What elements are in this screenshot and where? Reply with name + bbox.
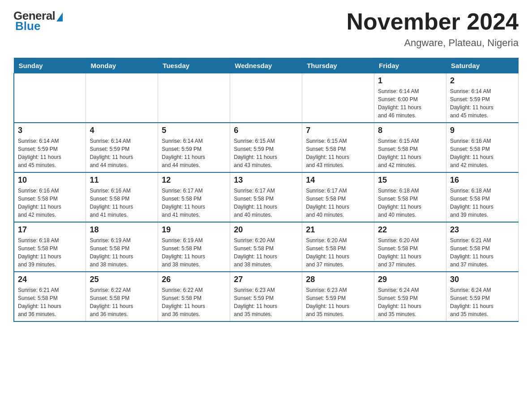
day-info: Sunrise: 6:14 AMSunset: 6:00 PMDaylight:… [378, 87, 442, 120]
day-number: 1 [378, 76, 442, 86]
day-info: Sunrise: 6:14 AMSunset: 5:59 PMDaylight:… [162, 137, 226, 169]
day-info: Sunrise: 6:18 AMSunset: 5:58 PMDaylight:… [450, 187, 515, 219]
day-info: Sunrise: 6:17 AMSunset: 5:58 PMDaylight:… [162, 187, 226, 219]
day-info: Sunrise: 6:16 AMSunset: 5:58 PMDaylight:… [90, 187, 154, 219]
day-info: Sunrise: 6:18 AMSunset: 5:58 PMDaylight:… [18, 236, 82, 269]
day-number: 17 [18, 225, 82, 235]
day-number: 19 [162, 225, 226, 235]
calendar-day-cell: 16Sunrise: 6:18 AMSunset: 5:58 PMDayligh… [446, 172, 519, 222]
calendar-header: Sunday Monday Tuesday Wednesday Thursday… [14, 58, 519, 73]
calendar-day-cell: 3Sunrise: 6:14 AMSunset: 5:59 PMDaylight… [14, 123, 86, 172]
day-number: 12 [162, 176, 226, 185]
calendar-week-row: 24Sunrise: 6:21 AMSunset: 5:58 PMDayligh… [14, 272, 519, 321]
day-number: 10 [18, 176, 82, 185]
day-info: Sunrise: 6:14 AMSunset: 5:59 PMDaylight:… [18, 137, 82, 169]
header-friday: Friday [374, 58, 446, 73]
calendar-day-cell: 13Sunrise: 6:17 AMSunset: 5:58 PMDayligh… [230, 172, 302, 222]
calendar-day-cell [158, 73, 230, 123]
day-number: 18 [90, 225, 154, 235]
day-number: 5 [162, 126, 226, 135]
header-tuesday: Tuesday [158, 58, 230, 73]
calendar-day-cell: 2Sunrise: 6:14 AMSunset: 5:59 PMDaylight… [446, 73, 519, 123]
day-info: Sunrise: 6:22 AMSunset: 5:58 PMDaylight:… [90, 286, 154, 318]
calendar-day-cell: 10Sunrise: 6:16 AMSunset: 5:58 PMDayligh… [14, 172, 86, 222]
calendar-day-cell: 9Sunrise: 6:16 AMSunset: 5:58 PMDaylight… [446, 123, 519, 172]
day-number: 30 [450, 275, 515, 284]
calendar-table: Sunday Monday Tuesday Wednesday Thursday… [13, 58, 519, 322]
day-number: 22 [378, 225, 442, 235]
calendar-day-cell: 23Sunrise: 6:21 AMSunset: 5:58 PMDayligh… [446, 222, 519, 272]
page-header: General Blue November 2024 Angware, Plat… [13, 9, 519, 49]
day-info: Sunrise: 6:20 AMSunset: 5:58 PMDaylight:… [234, 236, 298, 269]
calendar-day-cell: 7Sunrise: 6:15 AMSunset: 5:58 PMDaylight… [302, 123, 374, 172]
calendar-day-cell: 21Sunrise: 6:20 AMSunset: 5:58 PMDayligh… [302, 222, 374, 272]
day-number: 23 [450, 225, 515, 235]
calendar-day-cell: 12Sunrise: 6:17 AMSunset: 5:58 PMDayligh… [158, 172, 230, 222]
day-info: Sunrise: 6:17 AMSunset: 5:58 PMDaylight:… [234, 187, 298, 219]
day-number: 26 [162, 275, 226, 284]
logo-blue-text: Blue [15, 19, 40, 33]
calendar-day-cell: 25Sunrise: 6:22 AMSunset: 5:58 PMDayligh… [86, 272, 158, 321]
day-info: Sunrise: 6:21 AMSunset: 5:58 PMDaylight:… [18, 286, 82, 318]
calendar-subtitle: Angware, Plateau, Nigeria [347, 37, 519, 49]
day-info: Sunrise: 6:23 AMSunset: 5:59 PMDaylight:… [234, 286, 298, 318]
day-header-row: Sunday Monday Tuesday Wednesday Thursday… [14, 58, 519, 73]
day-number: 4 [90, 126, 154, 135]
calendar-day-cell: 15Sunrise: 6:18 AMSunset: 5:58 PMDayligh… [374, 172, 446, 222]
day-number: 27 [234, 275, 298, 284]
calendar-day-cell: 8Sunrise: 6:15 AMSunset: 5:58 PMDaylight… [374, 123, 446, 172]
day-info: Sunrise: 6:15 AMSunset: 5:59 PMDaylight:… [234, 137, 298, 169]
title-section: November 2024 Angware, Plateau, Nigeria [347, 9, 519, 49]
day-info: Sunrise: 6:16 AMSunset: 5:58 PMDaylight:… [18, 187, 82, 219]
day-info: Sunrise: 6:21 AMSunset: 5:58 PMDaylight:… [450, 236, 515, 269]
calendar-week-row: 10Sunrise: 6:16 AMSunset: 5:58 PMDayligh… [14, 172, 519, 222]
calendar-day-cell: 29Sunrise: 6:24 AMSunset: 5:59 PMDayligh… [374, 272, 446, 321]
calendar-day-cell: 5Sunrise: 6:14 AMSunset: 5:59 PMDaylight… [158, 123, 230, 172]
day-number: 15 [378, 176, 442, 185]
day-info: Sunrise: 6:23 AMSunset: 5:59 PMDaylight:… [306, 286, 370, 318]
calendar-day-cell: 20Sunrise: 6:20 AMSunset: 5:58 PMDayligh… [230, 222, 302, 272]
day-number: 13 [234, 176, 298, 185]
calendar-day-cell: 27Sunrise: 6:23 AMSunset: 5:59 PMDayligh… [230, 272, 302, 321]
day-info: Sunrise: 6:14 AMSunset: 5:59 PMDaylight:… [90, 137, 154, 169]
day-info: Sunrise: 6:24 AMSunset: 5:59 PMDaylight:… [378, 286, 442, 318]
day-info: Sunrise: 6:20 AMSunset: 5:58 PMDaylight:… [378, 236, 442, 269]
calendar-body: 1Sunrise: 6:14 AMSunset: 6:00 PMDaylight… [14, 73, 519, 322]
day-number: 8 [378, 126, 442, 135]
header-wednesday: Wednesday [230, 58, 302, 73]
day-info: Sunrise: 6:19 AMSunset: 5:58 PMDaylight:… [90, 236, 154, 269]
calendar-day-cell: 14Sunrise: 6:17 AMSunset: 5:58 PMDayligh… [302, 172, 374, 222]
header-saturday: Saturday [446, 58, 519, 73]
day-info: Sunrise: 6:18 AMSunset: 5:58 PMDaylight:… [378, 187, 442, 219]
calendar-day-cell: 26Sunrise: 6:22 AMSunset: 5:58 PMDayligh… [158, 272, 230, 321]
day-info: Sunrise: 6:15 AMSunset: 5:58 PMDaylight:… [378, 137, 442, 169]
calendar-day-cell [86, 73, 158, 123]
calendar-day-cell: 19Sunrise: 6:19 AMSunset: 5:58 PMDayligh… [158, 222, 230, 272]
calendar-week-row: 1Sunrise: 6:14 AMSunset: 6:00 PMDaylight… [14, 73, 519, 123]
day-number: 2 [450, 76, 515, 86]
calendar-day-cell [302, 73, 374, 123]
calendar-day-cell: 22Sunrise: 6:20 AMSunset: 5:58 PMDayligh… [374, 222, 446, 272]
day-number: 14 [306, 176, 370, 185]
calendar-day-cell [14, 73, 86, 123]
day-info: Sunrise: 6:22 AMSunset: 5:58 PMDaylight:… [162, 286, 226, 318]
calendar-week-row: 3Sunrise: 6:14 AMSunset: 5:59 PMDaylight… [14, 123, 519, 172]
day-number: 25 [90, 275, 154, 284]
logo: General Blue [13, 9, 63, 33]
calendar-day-cell: 18Sunrise: 6:19 AMSunset: 5:58 PMDayligh… [86, 222, 158, 272]
day-number: 24 [18, 275, 82, 284]
day-number: 3 [18, 126, 82, 135]
calendar-day-cell: 1Sunrise: 6:14 AMSunset: 6:00 PMDaylight… [374, 73, 446, 123]
calendar-day-cell: 17Sunrise: 6:18 AMSunset: 5:58 PMDayligh… [14, 222, 86, 272]
day-number: 16 [450, 176, 515, 185]
day-info: Sunrise: 6:20 AMSunset: 5:58 PMDaylight:… [306, 236, 370, 269]
calendar-day-cell [230, 73, 302, 123]
logo-triangle-icon [56, 13, 63, 21]
calendar-day-cell: 24Sunrise: 6:21 AMSunset: 5:58 PMDayligh… [14, 272, 86, 321]
day-number: 6 [234, 126, 298, 135]
calendar-day-cell: 30Sunrise: 6:24 AMSunset: 5:59 PMDayligh… [446, 272, 519, 321]
calendar-day-cell: 28Sunrise: 6:23 AMSunset: 5:59 PMDayligh… [302, 272, 374, 321]
day-info: Sunrise: 6:14 AMSunset: 5:59 PMDaylight:… [450, 87, 515, 120]
day-number: 20 [234, 225, 298, 235]
day-number: 21 [306, 225, 370, 235]
